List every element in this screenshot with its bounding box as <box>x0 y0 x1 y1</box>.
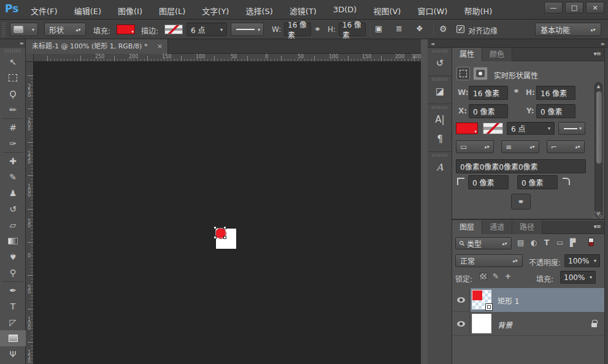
horizontal-ruler[interactable]: 250 200 150 100 50 0 50 100 150 200 250 … <box>34 54 421 62</box>
eyedropper-tool[interactable]: ✑ <box>0 135 26 151</box>
tool-preset-picker[interactable]: ▾ <box>10 23 38 36</box>
menu-filter[interactable]: 滤镜(T) <box>290 5 317 17</box>
tab-channels[interactable]: 通道 <box>482 221 512 234</box>
layer-row-background[interactable]: 背景 <box>452 312 604 336</box>
tab-properties[interactable]: 属性 <box>452 48 482 61</box>
scroll-up-icon[interactable]: ▲ <box>595 84 602 89</box>
align-edges-checkbox[interactable]: ✓ <box>456 25 464 33</box>
rectangle-tool[interactable] <box>0 330 26 346</box>
filter-toggle-icon[interactable] <box>588 238 594 246</box>
corner-radius-right-field[interactable]: 0 像素 <box>517 175 558 189</box>
panel-resize-grip[interactable] <box>593 211 602 219</box>
gear-icon[interactable]: ⚙ <box>439 24 447 34</box>
character-styles-panel-icon[interactable]: A <box>428 157 452 177</box>
mask-properties-icon[interactable] <box>473 67 488 80</box>
panel-grip[interactable] <box>432 50 447 53</box>
document-canvas[interactable] <box>216 229 236 249</box>
history-panel-icon[interactable]: ↺ <box>428 53 452 73</box>
transform-handle[interactable] <box>214 236 217 239</box>
character-panel-icon[interactable]: A| <box>428 110 452 129</box>
type-tool[interactable]: T <box>0 298 26 314</box>
layer-fill-select[interactable]: 100% ▾ <box>560 271 596 284</box>
pen-tool[interactable]: ✒ <box>0 282 26 298</box>
eye-icon[interactable] <box>457 297 465 303</box>
hand-tool[interactable]: Ψ <box>0 346 26 362</box>
menu-image[interactable]: 图像(I) <box>118 5 142 17</box>
opacity-select[interactable]: 100% ▾ <box>564 254 600 267</box>
workspace-switcher[interactable]: 基本功能 ▴▾ <box>535 23 601 36</box>
layer-visibility-cell[interactable] <box>452 312 470 336</box>
stroke-corners-select[interactable]: ⌐ ▴▾ <box>547 140 585 153</box>
corner-radius-left-field[interactable]: 0 像素 <box>468 175 509 189</box>
paragraph-panel-icon[interactable]: ¶ <box>428 129 452 149</box>
path-selection-tool[interactable]: ◸ <box>0 314 26 330</box>
stroke-align-select[interactable]: ▭ ▴▾ <box>456 140 494 153</box>
rectangular-marquee-tool[interactable] <box>0 70 26 86</box>
layer-filter-select[interactable]: ⚲ 类型 ▴▾ <box>455 237 512 249</box>
prop-w-field[interactable]: 16 像素 <box>469 86 508 100</box>
stroke-width-select[interactable]: 6 点 ▾ <box>187 23 227 36</box>
ruler-origin-corner[interactable] <box>26 54 34 62</box>
history-brush-tool[interactable]: ↺ <box>0 201 26 217</box>
layer-name[interactable]: 矩形 1 <box>498 295 519 306</box>
transform-handle[interactable] <box>223 226 226 229</box>
tab-close-icon[interactable]: × <box>157 39 163 54</box>
document-tab[interactable]: 未标题-1 @ 100% (矩形 1, RGB/8) * × <box>26 39 168 54</box>
menu-help[interactable]: 帮助(H) <box>464 5 492 17</box>
prop-fill-swatch[interactable]: ▾ <box>456 123 478 134</box>
transform-handle[interactable] <box>223 236 226 239</box>
menu-select[interactable]: 选择(S) <box>245 5 272 17</box>
live-shape-icon[interactable] <box>456 67 470 80</box>
crop-tool[interactable]: # <box>0 119 26 135</box>
prop-y-field[interactable]: 0 像素 <box>536 104 575 118</box>
prop-stroke-type-select[interactable]: ▾ <box>558 122 585 135</box>
menu-edit[interactable]: 编辑(E) <box>74 5 101 17</box>
brush-tool[interactable]: ✎ <box>0 169 26 185</box>
quick-selection-tool[interactable]: ✏ <box>0 102 26 118</box>
tab-layers[interactable]: 图层 <box>452 221 482 234</box>
clone-stamp-tool[interactable]: ♟ <box>0 185 26 201</box>
collapse-panels-icon[interactable]: ◂◂ <box>431 41 433 47</box>
lock-pixels-icon[interactable]: ✎ <box>493 272 499 281</box>
link-dimensions-icon[interactable]: ⚭ <box>314 25 321 34</box>
options-grip[interactable] <box>2 23 6 36</box>
fill-swatch[interactable]: ▾ <box>117 25 135 34</box>
minimize-button[interactable]: — <box>544 2 563 13</box>
toolbar-collapse-icon[interactable]: ▸▸ <box>0 39 25 48</box>
shape-w-field[interactable]: 16 像素 <box>284 23 311 36</box>
prop-stroke-width-select[interactable]: 6 点 ▾ <box>507 122 555 135</box>
menu-type[interactable]: 文字(Y) <box>202 5 229 17</box>
lock-position-icon[interactable]: + <box>505 272 511 281</box>
panel-menu-icon[interactable]: ▾≡ <box>594 223 601 230</box>
layer-row-rectangle1[interactable]: 矩形 1 <box>452 288 604 312</box>
tab-color[interactable]: 颜色 <box>482 48 512 61</box>
filter-shape-icon[interactable]: ▭ <box>556 238 563 247</box>
blend-mode-select[interactable]: 正常 ▴▾ <box>455 254 523 267</box>
vertical-ruler[interactable]: 250 200 150 100 50 0 50 100 150 <box>26 62 34 364</box>
tool-mode-select[interactable]: 形状 ▴▾ <box>44 23 86 36</box>
close-button[interactable]: × <box>586 2 604 13</box>
layer-thumbnail[interactable] <box>472 290 491 309</box>
path-operations-icon[interactable]: ▣ <box>375 24 382 33</box>
shape-h-field[interactable]: 16 像素 <box>339 23 366 36</box>
path-alignment-icon[interactable]: ≣ <box>396 24 402 33</box>
tab-paths[interactable]: 路径 <box>512 221 542 234</box>
canvas[interactable] <box>34 62 421 364</box>
menu-layer[interactable]: 图层(L) <box>159 5 185 17</box>
panel-grip[interactable] <box>432 154 447 157</box>
layer-visibility-cell[interactable] <box>452 288 470 312</box>
eye-icon[interactable] <box>457 321 465 327</box>
spot-healing-brush-tool[interactable]: ✚ <box>0 153 26 169</box>
filter-smartobject-icon[interactable]: ▛ <box>570 238 575 247</box>
stroke-type-select[interactable]: ▾ <box>231 23 264 36</box>
prop-h-field[interactable]: 16 像素 <box>536 86 575 100</box>
blur-tool[interactable]: ♠ <box>0 249 26 265</box>
lock-transparency-icon[interactable] <box>479 273 487 280</box>
dodge-tool[interactable]: ⚲ <box>0 265 26 281</box>
move-tool[interactable]: ↖ <box>0 54 26 70</box>
menu-window[interactable]: 窗口(W) <box>417 5 447 17</box>
panel-grip[interactable] <box>432 78 447 81</box>
link-radii-button[interactable]: ⚭ <box>511 194 531 210</box>
panel-menu-icon[interactable]: ▾≡ <box>594 50 601 57</box>
filter-image-icon[interactable]: ▤ <box>517 238 524 247</box>
